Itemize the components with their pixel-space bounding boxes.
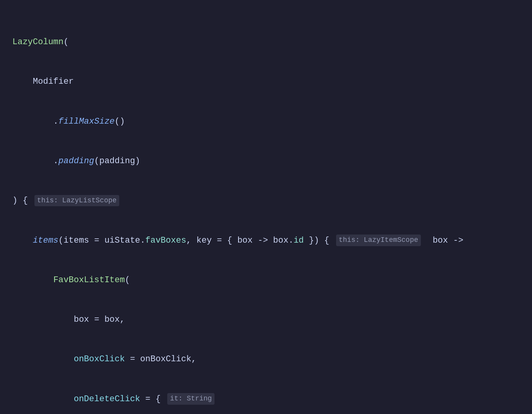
line-2: Modifier — [12, 75, 520, 88]
line-7: FavBoxListItem( — [12, 274, 520, 287]
line-1: LazyColumn( — [12, 36, 520, 49]
line-6: items(items = uiState.favBoxes, key = { … — [12, 234, 520, 247]
line-10: onDeleteClick = { it: String — [12, 393, 520, 406]
line-4: .padding(padding) — [12, 155, 520, 168]
code-editor: LazyColumn( Modifier .fillMaxSize() .pad… — [12, 9, 520, 414]
line-9: onBoxClick = onBoxClick, — [12, 353, 520, 366]
line-8: box = box, — [12, 313, 520, 326]
line-3: .fillMaxSize() — [12, 115, 520, 128]
line-5: ) { this: LazyListScope — [12, 194, 520, 207]
